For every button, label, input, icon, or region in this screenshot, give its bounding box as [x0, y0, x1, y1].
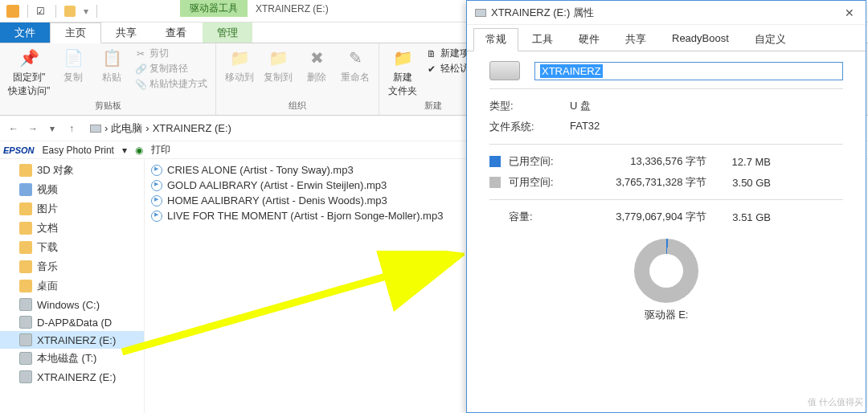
free-h: 3.50 GB — [706, 177, 771, 189]
nav-history-button[interactable]: ▾ — [43, 120, 61, 137]
tree-item[interactable]: 视频 — [0, 180, 144, 199]
context-tab[interactable]: 驱动器工具 — [180, 0, 248, 17]
file-name: HOME AALIBRARY (Artist - Denis Woods).mp… — [167, 194, 387, 206]
tree-item[interactable]: Windows (C:) — [0, 296, 144, 313]
cut-button[interactable]: ✂剪切 — [135, 47, 207, 60]
dialog-tabs: 常规 工具 硬件 共享 ReadyBoost 自定义 — [467, 25, 866, 51]
free-label: 可用空间: — [509, 175, 570, 190]
tree-item[interactable]: 文档 — [0, 219, 144, 238]
type-value: U 盘 — [570, 99, 843, 113]
tab-readyboost[interactable]: ReadyBoost — [660, 28, 741, 51]
drive-name-input[interactable]: XTRAINERZ — [534, 62, 843, 80]
nav-up-button[interactable]: ↑ — [63, 120, 80, 137]
qat-folder-icon[interactable] — [64, 6, 76, 17]
rename-icon: ✎ — [344, 47, 366, 69]
folder-icon — [19, 164, 32, 177]
cap-h: 3.51 GB — [706, 211, 771, 223]
properties-dialog: XTRAINERZ (E:) 属性 ✕ 常规 工具 硬件 共享 ReadyBoo… — [466, 0, 866, 413]
tree-item[interactable]: 3D 对象 — [0, 161, 144, 180]
folder-icon — [19, 222, 32, 235]
used-bytes: 13,336,576 字节 — [570, 154, 706, 169]
move-to-button[interactable]: 📁移动到 — [224, 47, 255, 84]
tab-tools[interactable]: 工具 — [520, 28, 565, 51]
tree-item[interactable]: 下载 — [0, 238, 144, 257]
tree-item-label: D-APP&Data (D — [37, 317, 112, 329]
tab-share[interactable]: 共享 — [101, 22, 151, 43]
file-name: GOLD AALIBRARY (Artist - Erwin Steijlen)… — [167, 179, 387, 191]
folder-icon — [19, 280, 32, 292]
tree-item[interactable]: 本地磁盘 (T:) — [0, 349, 144, 368]
dialog-title: XTRAINERZ (E:) 属性 — [491, 6, 594, 20]
fs-value: FAT32 — [570, 120, 843, 134]
tab-hardware[interactable]: 硬件 — [567, 28, 612, 51]
paste-icon: 📋 — [100, 47, 123, 69]
used-h: 12.7 MB — [706, 156, 771, 168]
tree-item-label: Windows (C:) — [37, 299, 100, 311]
tab-manage[interactable]: 管理 — [203, 22, 252, 43]
file-name: LIVE FOR THE MOMENT (Artist - Bjorn Song… — [167, 210, 443, 222]
copy-icon: 📄 — [62, 47, 84, 69]
delete-icon: ✖ — [305, 47, 328, 69]
epson-print-button[interactable]: 打印 — [151, 143, 170, 157]
video-icon — [19, 183, 32, 196]
tree-item[interactable]: XTRAINERZ (E:) — [0, 331, 144, 349]
group-new-label: 新建 — [424, 98, 442, 112]
shortcut-icon: 📎 — [135, 79, 146, 90]
tab-custom[interactable]: 自定义 — [743, 28, 798, 51]
copy-path-button[interactable]: 🔗复制路径 — [135, 62, 207, 76]
tree-item[interactable]: 音乐 — [0, 257, 144, 276]
dialog-titlebar[interactable]: XTRAINERZ (E:) 属性 ✕ — [467, 1, 866, 25]
copy-button[interactable]: 📄复制 — [58, 47, 88, 84]
nav-forward-button[interactable]: → — [24, 120, 42, 137]
used-swatch — [489, 156, 501, 167]
tab-sharing[interactable]: 共享 — [613, 28, 658, 51]
fs-label: 文件系统: — [489, 120, 570, 134]
pin-icon: 📌 — [18, 47, 40, 69]
drive-label: 驱动器 E: — [489, 308, 843, 322]
navigation-tree[interactable]: 3D 对象视频图片文档下载音乐桌面Windows (C:)D-APP&Data … — [0, 159, 145, 413]
paste-shortcut-button[interactable]: 📎粘贴快捷方式 — [135, 77, 207, 91]
new-folder-button[interactable]: 📁新建 文件夹 — [387, 47, 418, 98]
tree-item[interactable]: 图片 — [0, 199, 144, 219]
drive-icon — [19, 370, 32, 383]
tree-item-label: 文档 — [37, 221, 58, 235]
audio-file-icon — [151, 180, 162, 191]
delete-button[interactable]: ✖删除 — [301, 47, 332, 84]
used-label: 已用空间: — [509, 154, 570, 169]
type-label: 类型: — [489, 99, 570, 113]
moveto-icon: 📁 — [228, 47, 251, 69]
audio-file-icon — [151, 165, 162, 176]
rename-button[interactable]: ✎重命名 — [340, 47, 371, 84]
tab-home[interactable]: 主页 — [50, 22, 101, 43]
file-name: CRIES ALONE (Artist - Tony Sway).mp3 — [167, 164, 354, 176]
paste-button[interactable]: 📋粘贴 — [96, 47, 127, 84]
easy-icon: ✔ — [426, 63, 437, 75]
folder-icon — [19, 202, 32, 215]
tree-item-label: XTRAINERZ (E:) — [37, 334, 116, 346]
folder-icon — [19, 260, 32, 273]
tab-view[interactable]: 查看 — [151, 22, 201, 43]
nav-back-button[interactable]: ← — [5, 120, 23, 137]
breadcrumb-current[interactable]: XTRAINERZ (E:) — [153, 122, 231, 134]
path-icon: 🔗 — [135, 63, 146, 75]
cut-icon: ✂ — [135, 48, 146, 59]
tree-item[interactable]: XTRAINERZ (E:) — [0, 368, 144, 386]
breadcrumb-root[interactable]: 此电脑 — [111, 121, 142, 136]
group-organize-label: 组织 — [289, 98, 306, 112]
epson-label: Easy Photo Print — [43, 145, 114, 156]
drive-icon — [19, 333, 32, 346]
pin-button[interactable]: 📌固定到" 快速访问" — [8, 47, 50, 98]
copyto-icon: 📁 — [267, 47, 289, 69]
tree-item[interactable]: D-APP&Data (D — [0, 313, 144, 331]
qat-checkbox-icon[interactable]: ☑ — [36, 6, 47, 17]
close-button[interactable]: ✕ — [841, 6, 858, 19]
tree-item-label: 图片 — [37, 202, 58, 216]
tab-general[interactable]: 常规 — [473, 28, 518, 51]
tree-item[interactable]: 桌面 — [0, 276, 144, 296]
free-swatch — [489, 177, 501, 188]
drive-icon — [19, 316, 32, 329]
group-clipboard-label: 剪贴板 — [95, 98, 121, 112]
audio-file-icon — [151, 211, 162, 222]
tab-file[interactable]: 文件 — [0, 22, 50, 43]
copy-to-button[interactable]: 📁复制到 — [263, 47, 293, 84]
